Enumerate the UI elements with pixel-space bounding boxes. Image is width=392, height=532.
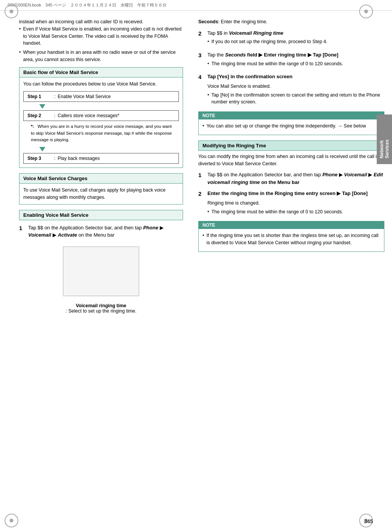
note-box-1: NOTE You can also set up or change the r…: [198, 111, 384, 135]
modifying-description: You can modify the ringing time from whe…: [198, 153, 384, 168]
right-step3-seconds-field: Seconds: [225, 52, 246, 58]
step3-text: Play back messages: [58, 155, 100, 162]
seconds-line: Seconds: Enter the ringing time.: [198, 18, 384, 26]
right-step2: 2 Tap $$ in Voicemail Ringing time If yo…: [198, 29, 384, 47]
intro-bullet-2: When your handset is in an area with no …: [19, 49, 183, 63]
corner-circle-inner-bl: [10, 519, 13, 522]
modifying-header: Modifying the Ringing Tme: [198, 140, 384, 151]
enabling-step1-voicemail: Voicemail: [28, 232, 51, 238]
step1-text: Enable Voice Mail Service: [58, 93, 111, 100]
header-bar: 00M1000EN.book 345 ページ ２００４年１１月２４日 水曜日 午…: [0, 0, 392, 11]
arrow1-container: [23, 103, 179, 109]
corner-decoration-tr: [359, 5, 373, 18]
note-box-2-content: If the ringing time you set is shorter t…: [199, 229, 384, 251]
page-wrapper: 00M1000EN.book 345 ページ ２００４年１１月２４日 水曜日 午…: [0, 0, 392, 532]
note-box-1-bullet: You can also set up or change the ringin…: [202, 123, 380, 130]
note-box-2: NOTE If the ringing time you set is shor…: [198, 221, 384, 252]
charges-text: To use Voice Mail Service, call charges …: [23, 187, 179, 201]
note-box-1-header: NOTE: [199, 112, 384, 119]
modifying-arrow2: ▶: [367, 172, 374, 177]
modifying-section: Modifying the Ringing Tme You can modify…: [198, 140, 384, 252]
step2-note: *: When you are in a hurry to record you…: [23, 122, 179, 145]
intro-bullet-1: Even if Voice Mail Service is enabled, a…: [19, 26, 183, 47]
modifying-step1-phone: Phone: [322, 172, 337, 177]
right-step4-text: Tap [Yes] in the confirmation screen: [207, 74, 292, 79]
corner-circle-inner-tr: [364, 10, 368, 13]
charges-section: Voice Mail Service Charges To use Voice …: [19, 173, 183, 205]
right-column: Seconds: Enter the ringing time. 2 Tap $…: [191, 15, 392, 318]
voicemail-screenshot: [63, 247, 139, 296]
step3-item: Step 3 : Play back messages: [23, 153, 179, 164]
modifying-step1-voicemail: Voicemail: [344, 172, 367, 177]
enabling-step1: 1 Tap $$ on the Application Selector bar…: [19, 224, 183, 239]
step3-label: Step 3: [27, 155, 50, 162]
note-box-2-bullet: If the ringing time you set is shorter t…: [202, 232, 380, 247]
modifying-step1-text: Tap $$ on the Application Selector bar, …: [207, 172, 322, 177]
basic-flow-section: Basic flow of Voice Mail Service You can…: [19, 67, 183, 168]
enabling-step1-main: Tap $$ on the Application Selector bar, …: [28, 225, 143, 231]
corner-decoration-bl: [5, 514, 18, 527]
note-box-2-header: NOTE: [199, 221, 384, 229]
right-step2-content: Tap $$ in Voicemail Ringing time If you …: [207, 29, 384, 47]
enabling-arrow1: ▶: [158, 225, 164, 231]
voicemail-ringing-label: Voicemail ringing time : Select to set u…: [19, 303, 183, 314]
step2-label: Step 2: [27, 112, 50, 119]
page-number: 345: [364, 518, 373, 524]
right-step4: 4 Tap [Yes] in the confirmation screen V…: [198, 73, 384, 108]
seconds-label: Seconds: [198, 19, 218, 24]
charges-content: To use Voice Mail Service, call charges …: [19, 184, 183, 204]
note-box-1-content: You can also set up or change the ringin…: [199, 119, 384, 135]
step2-text: Callers store voice messages*: [58, 112, 119, 119]
right-step2-italic: Voicemail Ringing time: [229, 30, 283, 36]
side-tab-text: Network Services: [379, 120, 390, 158]
corner-circle-inner-tl: [10, 10, 13, 13]
modifying-step2-text: Enter the ringing time in the Ringing ti…: [207, 190, 368, 196]
modifying-step1: 1 Tap $$ on the Application Selector bar…: [198, 171, 384, 186]
modifying-step1-number: 1: [198, 171, 204, 186]
right-step4-number: 4: [198, 73, 204, 108]
right-step3-text-pre: Tap the: [207, 52, 225, 58]
enabling-header: Enabling Voice Mail Service: [19, 210, 183, 220]
modifying-step2-content: Enter the ringing time in the Ringing ti…: [207, 190, 384, 217]
network-services-tab: Network Services: [377, 114, 392, 164]
right-step3-content: Tap the Seconds field ▶ Enter ringing ti…: [207, 51, 384, 69]
intro-text: instead when an incoming call with no ca…: [19, 18, 183, 63]
step3-colon: :: [54, 155, 55, 162]
right-step2-bullet: If you do not set up the ringing time, p…: [207, 38, 384, 45]
image-container: [19, 243, 183, 300]
main-content: instead when an incoming call with no ca…: [0, 11, 392, 318]
modifying-step2-bullet: The ringing time must be within the rang…: [207, 208, 384, 216]
modifying-step2: 2 Enter the ringing time in the Ringing …: [198, 190, 384, 217]
basic-flow-content: You can follow the procedures below to u…: [19, 77, 183, 168]
steps-container: Step 1 : Enable Voice Mail Service Step …: [23, 91, 179, 164]
right-step3: 3 Tap the Seconds field ▶ Enter ringing …: [198, 51, 384, 69]
step2-note-text: When you are in a hurry to record your v…: [31, 124, 172, 142]
step1-label: Step 1: [27, 93, 50, 100]
basic-flow-header: Basic flow of Voice Mail Service: [19, 68, 183, 77]
voicemail-sub-text: : Select to set up the ringing time.: [66, 308, 137, 314]
modifying-step1-content: Tap $$ on the Application Selector bar, …: [207, 171, 384, 186]
left-column: instead when an incoming call with no ca…: [0, 15, 191, 318]
right-step2-text: Tap $$ in: [207, 30, 229, 36]
step1-colon: :: [54, 93, 55, 100]
right-step3-number: 3: [198, 51, 204, 69]
enabling-step1-suffix: on the Menu bar: [77, 232, 114, 238]
arrow-down-1: [39, 104, 45, 109]
voicemail-label-text: Voicemail ringing time: [76, 303, 126, 308]
seconds-text: Enter the ringing time.: [221, 19, 267, 24]
enabling-arrow2: ▶: [51, 232, 58, 238]
step2-item: Step 2 : Callers store voice messages*: [23, 110, 179, 121]
arrow-down-2: [39, 147, 45, 152]
right-step4-bullet: Tap [No] in the confirmation screen to c…: [207, 92, 384, 106]
modifying-step2-number: 2: [198, 190, 204, 217]
right-step4-content: Tap [Yes] in the confirmation screen Voi…: [207, 73, 384, 108]
intro-para-1: instead when an incoming call with no ca…: [19, 18, 183, 26]
arrow2-container: [23, 146, 179, 152]
modifying-step1-suffix: on the Menu bar: [260, 179, 299, 185]
step2-colon: :: [54, 112, 55, 119]
basic-flow-description: You can follow the procedures below to u…: [23, 81, 179, 88]
modifying-step2-text1: Ringing time is changed.: [207, 200, 384, 207]
enabling-step1-activate: Activate: [58, 232, 77, 238]
step1-item: Step 1 : Enable Voice Mail Service: [23, 91, 179, 102]
enabling-step1-content: Tap $$ on the Application Selector bar, …: [28, 224, 183, 239]
